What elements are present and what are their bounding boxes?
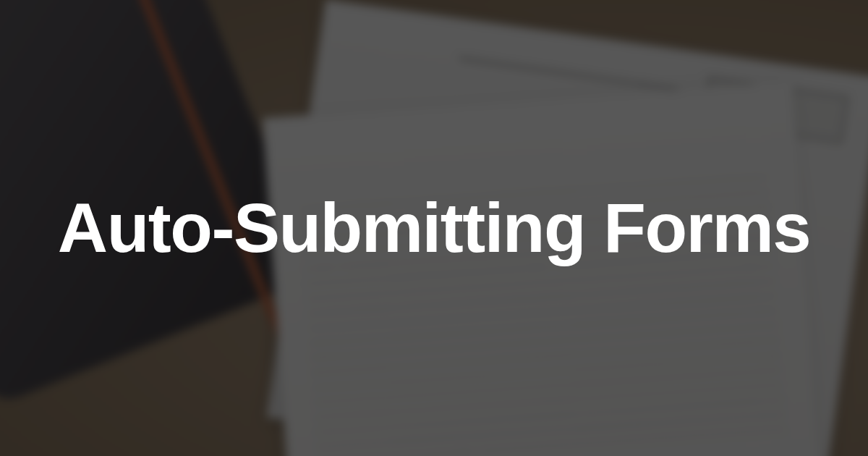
hero-title: Auto-Submitting Forms	[14, 189, 854, 267]
hero-banner: Auto-Submitting Forms	[0, 0, 868, 456]
